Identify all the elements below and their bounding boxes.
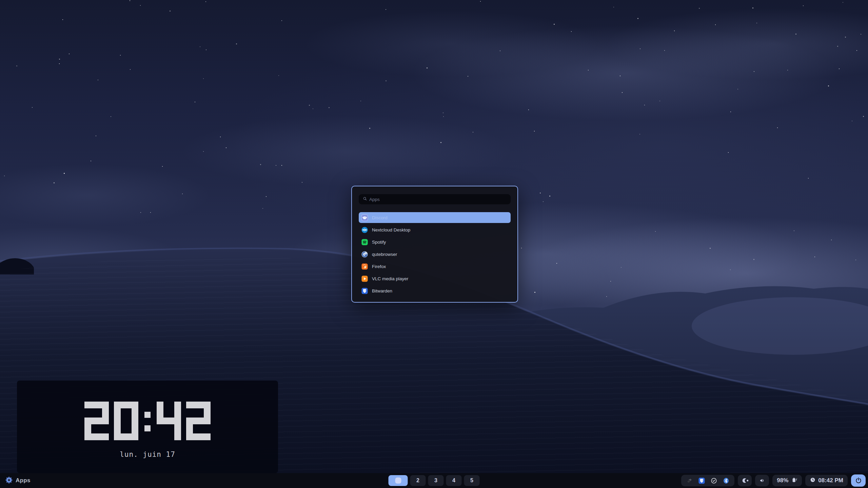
firefox-icon bbox=[361, 263, 368, 270]
clock-date: lun. juin 17 bbox=[120, 450, 175, 459]
night-light-button[interactable] bbox=[738, 475, 752, 486]
workspace-button-4[interactable]: 4 bbox=[446, 475, 462, 486]
battery-status: 98% bbox=[772, 475, 802, 486]
clock-widget: lun. juin 17 bbox=[17, 381, 278, 473]
check-circle-icon[interactable] bbox=[710, 477, 717, 484]
app-item-discord[interactable]: Discord bbox=[359, 212, 511, 223]
apps-label: Apps bbox=[16, 477, 31, 484]
workspace-button-3[interactable]: 3 bbox=[428, 475, 444, 486]
app-item-nextcloud-desktop[interactable]: Nextcloud Desktop bbox=[359, 224, 511, 235]
workspace-button-2[interactable]: 2 bbox=[410, 475, 426, 486]
clock-icon bbox=[810, 477, 816, 485]
battery-percent: 98% bbox=[777, 477, 788, 484]
workspace-label: 2 bbox=[416, 477, 419, 484]
clock-time: 08:42 PM bbox=[818, 477, 843, 484]
search-input[interactable] bbox=[369, 197, 507, 202]
bitwarden-icon bbox=[361, 287, 368, 294]
app-item-firefox[interactable]: Firefox bbox=[359, 261, 511, 272]
spotify-icon bbox=[361, 239, 368, 246]
vlc-icon bbox=[361, 275, 368, 282]
app-item-qutebrowser[interactable]: qutebrowser bbox=[359, 249, 511, 260]
gear-icon bbox=[5, 476, 13, 485]
workspace-label: 3 bbox=[434, 477, 437, 484]
workspace-button-5[interactable]: 5 bbox=[464, 475, 480, 486]
app-item-label: Spotify bbox=[372, 240, 386, 245]
clock-status: 08:42 PM bbox=[805, 475, 848, 486]
system-tray bbox=[681, 475, 734, 486]
workspace-switcher: 2345 bbox=[389, 475, 480, 486]
digital-clock-time bbox=[84, 402, 211, 440]
app-launcher: Discord Nextcloud Desktop Spotify qutebr… bbox=[351, 186, 518, 303]
discord-icon bbox=[361, 214, 368, 221]
app-list: Discord Nextcloud Desktop Spotify qutebr… bbox=[359, 212, 511, 296]
app-item-spotify[interactable]: Spotify bbox=[359, 237, 511, 247]
transfer-arrows-icon[interactable] bbox=[686, 477, 693, 484]
workspace-label: 5 bbox=[470, 477, 473, 484]
app-item-label: Nextcloud Desktop bbox=[372, 227, 410, 232]
bitwarden-icon[interactable] bbox=[698, 477, 705, 484]
power-button[interactable] bbox=[851, 474, 866, 487]
search-icon bbox=[362, 196, 368, 203]
launcher-search-box[interactable] bbox=[359, 194, 511, 204]
app-item-label: VLC media player bbox=[372, 276, 408, 281]
battery-charging-icon bbox=[791, 476, 797, 485]
taskbar: Apps 2345 98% 08:42 PM bbox=[0, 473, 868, 488]
active-workspace-indicator bbox=[395, 477, 401, 484]
workspace-label: 4 bbox=[452, 477, 455, 484]
apps-menu-button[interactable]: Apps bbox=[5, 476, 31, 485]
nextcloud-icon bbox=[361, 226, 368, 233]
app-item-bitwarden[interactable]: Bitwarden bbox=[359, 285, 511, 296]
app-item-label: qutebrowser bbox=[372, 252, 397, 257]
app-item-label: Discord bbox=[372, 215, 388, 220]
volume-button[interactable] bbox=[755, 475, 769, 486]
app-item-label: Bitwarden bbox=[372, 288, 392, 293]
workspace-button-1[interactable] bbox=[389, 475, 408, 486]
qutebrowser-icon bbox=[361, 251, 368, 258]
bluetooth-icon[interactable] bbox=[723, 477, 730, 484]
app-item-label: Firefox bbox=[372, 264, 386, 269]
app-item-vlc-media-player[interactable]: VLC media player bbox=[359, 273, 511, 284]
